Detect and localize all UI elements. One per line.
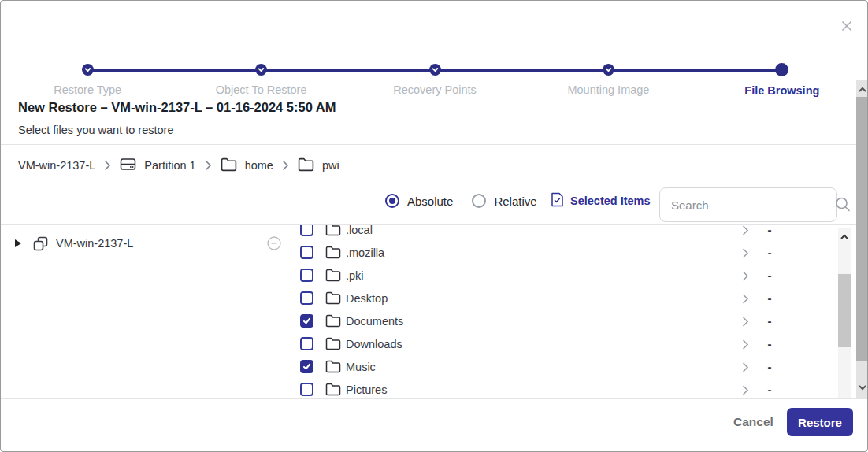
dialog-scrollbar[interactable] [856,80,868,398]
file-size: - [763,264,776,287]
expand-arrow-icon[interactable] [15,239,21,247]
radio-label: Relative [494,195,536,208]
chevron-right-icon[interactable] [742,339,749,350]
page-subtitle: Select files you want to restore [18,124,173,136]
close-icon[interactable] [840,20,853,32]
radio-icon [385,194,399,208]
file-size: - [763,287,776,309]
row-checkbox[interactable] [300,337,313,350]
breadcrumb-label: pwi [322,159,339,172]
wizard-stepper: Restore Type Object To Restore Recovery … [1,32,868,69]
chevron-right-icon [104,160,111,171]
file-size: - [763,355,776,378]
scrollbar-thumb[interactable] [838,274,851,347]
row-checkbox[interactable] [300,383,313,396]
step-label: Mounting Image [567,83,649,96]
stepper-step[interactable]: Restore Type [1,64,174,97]
file-size: - [763,332,776,355]
folder-icon [298,157,314,174]
chevron-right-icon[interactable] [742,248,749,258]
file-size: - [763,241,776,264]
folder-icon [325,291,341,305]
breadcrumb-item[interactable]: home [221,157,273,174]
source-tree-panel: VM-win-2137-L [1,225,289,398]
breadcrumb-item[interactable]: pwi [298,157,339,174]
step-check-icon [83,65,92,74]
stepper-step[interactable]: Mounting Image [521,64,695,97]
table-row: .pki - [289,264,837,287]
file-size: - [763,378,776,398]
scroll-up-icon[interactable] [858,83,867,97]
row-checkbox[interactable] [300,225,313,236]
breadcrumb-item[interactable]: VM-win-2137-L [18,159,95,172]
chevron-right-icon[interactable] [742,271,749,281]
step-check-icon [431,65,440,74]
search-box [659,187,837,222]
breadcrumb-label: home [245,159,273,172]
breadcrumb-item[interactable]: Partition 1 [120,157,195,174]
radio-label: Absolute [407,195,453,208]
selected-items-button[interactable]: Selected Items [551,183,651,218]
row-checkbox[interactable] [300,246,313,259]
path-mode-radio-group: Absolute Relative [385,183,537,218]
row-checkbox[interactable] [300,269,313,282]
file-name: .local [346,225,373,236]
vm-clone-icon [32,235,49,252]
table-row: Desktop - [289,287,837,309]
radio-option-relative[interactable]: Relative [472,194,536,208]
file-size: - [763,225,776,241]
search-icon[interactable] [834,196,851,213]
folder-icon [325,269,341,282]
stepper-step[interactable]: Recovery Points [348,64,521,97]
table-row: Pictures - [289,378,837,398]
restore-button[interactable]: Restore [787,408,853,436]
chevron-right-icon[interactable] [742,294,749,304]
folder-icon [325,246,341,259]
step-check-icon [604,65,613,74]
footer-divider [1,398,868,399]
folder-icon [325,360,341,373]
chevron-right-icon [205,160,212,171]
chevron-right-icon[interactable] [742,317,749,327]
chevron-right-icon [282,160,289,171]
table-row: Documents - [289,309,837,332]
chevron-right-icon[interactable] [742,362,749,372]
radio-option-absolute[interactable]: Absolute [385,194,453,208]
row-checkbox[interactable] [300,291,313,305]
breadcrumb-label: Partition 1 [144,159,195,172]
chevron-right-icon[interactable] [742,385,749,395]
new-restore-dialog: Restore Type Object To Restore Recovery … [0,0,868,452]
step-dot [82,64,94,76]
stepper-step[interactable]: File Browsing [696,64,868,97]
disk-icon [120,157,136,174]
list-controls: Absolute Relative Selected Items [1,183,856,224]
step-label: Recovery Points [393,83,477,96]
row-checkbox[interactable] [300,360,313,373]
step-label: Restore Type [54,83,121,96]
selected-items-label: Selected Items [570,195,651,207]
scrollbar-thumb[interactable] [856,97,868,361]
file-name: Documents [346,315,403,328]
table-row: Music - [289,355,837,378]
search-input[interactable] [660,198,834,212]
file-name: .pki [346,269,364,282]
file-name: Music [346,361,376,373]
folder-icon [325,337,341,350]
file-list-scrollbar[interactable] [838,228,851,398]
radio-icon [472,194,486,208]
row-checkbox[interactable] [300,314,313,328]
tree-node-vm[interactable]: VM-win-2137-L [1,232,289,255]
step-dot [603,64,614,76]
chevron-right-icon[interactable] [742,225,749,235]
cancel-button[interactable]: Cancel [727,411,780,433]
scroll-up-icon[interactable] [840,230,849,244]
scroll-down-icon[interactable] [858,380,867,395]
folder-icon [325,383,341,396]
stepper-step[interactable]: Object To Restore [174,64,347,97]
folder-icon [325,314,341,328]
tree-node-label: VM-win-2137-L [56,237,133,250]
table-row: .mozilla - [289,241,837,264]
step-label: Object To Restore [216,83,307,96]
partial-selection-icon[interactable] [267,236,281,250]
step-dot [255,64,267,76]
